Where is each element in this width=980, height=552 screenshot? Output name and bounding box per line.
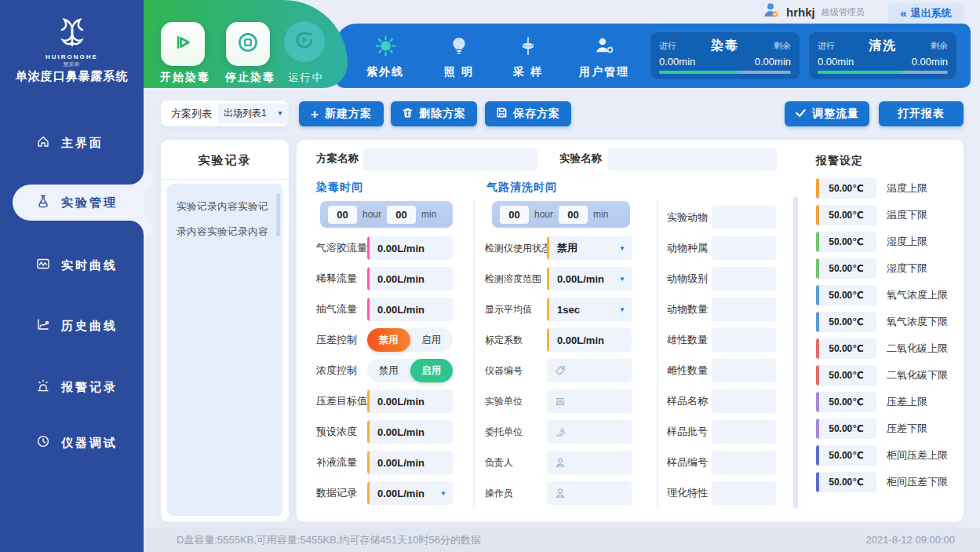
plan-name-input[interactable]: [363, 148, 537, 170]
delete-plan-button[interactable]: 删除方案: [391, 101, 477, 126]
field-input[interactable]: 0.00L/min: [367, 298, 453, 321]
chevron-down-icon[interactable]: ▼: [619, 276, 625, 283]
records-list[interactable]: 实验记录内容实验记录内容实验记录内容: [167, 184, 282, 516]
field-input[interactable]: [712, 420, 776, 444]
alarm-value-input[interactable]: 50.00℃: [816, 258, 876, 279]
exposure-time-box: 00 hour 00 min: [320, 201, 453, 228]
field-label: 样品批号: [667, 425, 712, 439]
alarm-row: 50.00℃温度上限: [816, 178, 948, 199]
alarm-value-input[interactable]: 50.00℃: [816, 285, 876, 305]
alarm-value: 50.00℃: [829, 290, 864, 301]
field-input[interactable]: 0.00L/min▼: [367, 481, 453, 505]
form-row: 补液流量0.00L/min: [316, 451, 453, 474]
field-input[interactable]: [712, 236, 776, 260]
scrollbar-thumb[interactable]: [276, 193, 280, 236]
alarm-value-input[interactable]: 50.00℃: [816, 365, 876, 386]
record-item[interactable]: 实验记录内容实验记录内容实验记录内容: [177, 195, 270, 245]
field-input[interactable]: 0.00L/min▼: [547, 267, 632, 291]
field-input[interactable]: [712, 328, 776, 352]
field-input[interactable]: [712, 206, 776, 229]
plan-list-select[interactable]: 出场列表1 ▼: [218, 104, 289, 123]
field-input[interactable]: [547, 451, 632, 474]
sidebar-item-4[interactable]: 历史曲线: [0, 308, 144, 344]
field-input[interactable]: [547, 359, 632, 382]
alarm-settings-title: 报警设定: [816, 154, 863, 168]
uv-button[interactable]: 紫外线: [351, 33, 420, 79]
field-label: 实验动物: [667, 210, 712, 225]
form-row: 显示平均值1sec▼: [485, 298, 632, 321]
toggle-option[interactable]: 禁用: [367, 359, 410, 382]
open-report-button[interactable]: 打开报表: [879, 101, 964, 126]
progress-label: 进行: [659, 40, 676, 52]
accent-bar: [816, 178, 819, 199]
field-input[interactable]: 禁用▼: [547, 236, 632, 260]
field-input[interactable]: 0.00L/min: [367, 451, 453, 474]
hour-input[interactable]: 00: [500, 206, 529, 224]
save-plan-label: 保存方案: [513, 107, 560, 121]
alarm-value-input[interactable]: 50.00℃: [816, 392, 876, 412]
alarm-value-input[interactable]: 50.00℃: [816, 419, 876, 439]
field-input[interactable]: [547, 420, 632, 444]
progress-value: 0.00min: [659, 56, 695, 68]
field-input[interactable]: [547, 481, 632, 505]
start-exposure-button[interactable]: [161, 22, 205, 66]
field-label: 雌性数量: [667, 364, 712, 378]
sampling-button[interactable]: 采 样: [494, 33, 563, 79]
minute-input[interactable]: 00: [387, 206, 416, 224]
remaining-label: 剩余: [774, 40, 791, 52]
logout-button[interactable]: « 退出系统: [888, 3, 964, 23]
status-bar: D盘容量:5555KB,可用容量:5455KB,约可存储451天10时56分的数…: [144, 528, 980, 552]
sidebar-item-5[interactable]: 报警记录: [0, 369, 144, 405]
stop-exposure-button[interactable]: [226, 22, 270, 66]
debug-clock-icon: [36, 434, 50, 451]
field-input[interactable]: 1sec▼: [547, 298, 632, 321]
field-value: 禁用: [557, 241, 577, 255]
sidebar-item-3[interactable]: 实时曲线: [0, 247, 144, 283]
alarm-label: 湿度下限: [887, 261, 927, 276]
alarm-value-input[interactable]: 50.00℃: [816, 178, 876, 199]
scrollbar-thumb[interactable]: [793, 196, 798, 509]
field-input[interactable]: [547, 389, 632, 413]
alarm-value-input[interactable]: 50.00℃: [816, 445, 876, 466]
field-input[interactable]: [712, 389, 776, 413]
accent-bar: [816, 205, 819, 225]
new-plan-button[interactable]: + 新建方案: [299, 101, 384, 126]
alarm-value-input[interactable]: 50.00℃: [816, 312, 876, 332]
field-input[interactable]: [712, 267, 776, 291]
alarm-value-input[interactable]: 50.00℃: [816, 472, 876, 492]
field-input[interactable]: [712, 481, 776, 505]
sidebar-item-1[interactable]: 主界面: [0, 125, 144, 161]
field-input[interactable]: [712, 298, 776, 321]
field-value: 0.00L/min: [377, 273, 424, 285]
field-label: 抽气流量: [316, 302, 367, 316]
toggle-option[interactable]: 禁用: [367, 328, 410, 352]
field-input[interactable]: 0.00L/min: [547, 328, 632, 352]
field-input[interactable]: 0.00L/min: [367, 267, 453, 291]
accent-bar: [367, 451, 370, 474]
alarm-value-input[interactable]: 50.00℃: [816, 205, 876, 225]
save-plan-button[interactable]: 保存方案: [485, 101, 571, 126]
sidebar-item-2[interactable]: 实验管理: [13, 185, 144, 221]
field-input[interactable]: 0.00L/min: [367, 420, 453, 444]
chevron-down-icon[interactable]: ▼: [619, 306, 625, 313]
alarm-value-input[interactable]: 50.00℃: [816, 338, 876, 359]
exp-name-label: 实验名称: [559, 152, 602, 166]
toggle-option[interactable]: 启用: [410, 328, 454, 352]
adjust-flow-button[interactable]: 调整流量: [785, 101, 869, 126]
minute-input[interactable]: 00: [559, 206, 588, 224]
field-input[interactable]: 0.00L/min: [367, 236, 453, 260]
chevron-down-icon[interactable]: ▼: [619, 245, 625, 252]
hour-input[interactable]: 00: [328, 206, 357, 224]
toggle-option[interactable]: 启用: [410, 359, 454, 382]
alarm-value-input[interactable]: 50.00℃: [816, 232, 876, 252]
field-input[interactable]: [712, 359, 776, 382]
lighting-button[interactable]: 照 明: [424, 33, 494, 79]
user-management-button[interactable]: 用户管理: [570, 33, 639, 79]
running-refresh-icon: [293, 28, 316, 55]
alarm-value: 50.00℃: [829, 210, 864, 221]
sidebar-item-6[interactable]: 仪器调试: [0, 425, 144, 461]
field-input[interactable]: [712, 451, 776, 474]
exp-name-input[interactable]: [608, 148, 777, 170]
chevron-down-icon[interactable]: ▼: [440, 490, 446, 497]
field-input[interactable]: 0.00L/min: [367, 389, 453, 413]
